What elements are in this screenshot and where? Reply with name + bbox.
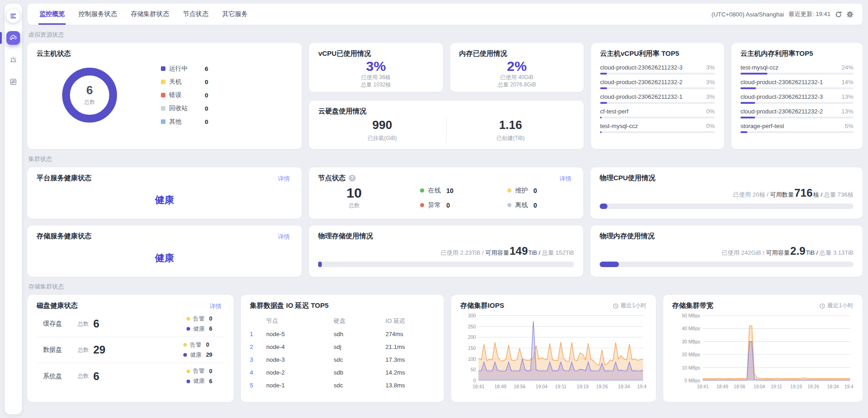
disk-total-value: 29 xyxy=(93,343,107,356)
top5-item: cloud-product-230626211232-114% xyxy=(740,79,853,89)
top-tab[interactable]: 存储集群状态 xyxy=(131,4,169,25)
disk-healthy-line: 健康6 xyxy=(186,377,213,385)
disk-alert-line: 告警0 xyxy=(183,341,213,349)
svg-text:19:34: 19:34 xyxy=(618,384,630,389)
top-tabs: 监控概览控制服务状态存储集群状态节点状态其它服务 xyxy=(39,4,248,25)
disk-healthy-line: 健康6 xyxy=(186,325,213,333)
legend-label: 其他 xyxy=(169,118,197,126)
svg-text:10 MBps: 10 MBps xyxy=(682,364,700,370)
top5-item-head: cloud-product-230626211232-13% xyxy=(600,93,715,100)
disk-legend: 告警0健康29 xyxy=(183,341,213,359)
cell: 21.1ms xyxy=(385,343,435,350)
legend-marker xyxy=(161,66,165,71)
physical-memory-bar-fill xyxy=(600,262,619,267)
node-status-detail-link[interactable]: 详情 xyxy=(557,174,574,183)
volume-created-label: 已创建(TiB) xyxy=(496,134,525,142)
disk-health-detail-link[interactable]: 详情 xyxy=(207,302,224,311)
svg-text:18:41: 18:41 xyxy=(473,384,485,389)
cell: node-3 xyxy=(266,356,334,363)
card-volume-usage: 云硬盘使用情况 990 已挂载(GiB) 1.16 已创建(TiB) xyxy=(309,101,583,149)
iops-chart-svg: 05010015020025030018:4118:4918:5619:0419… xyxy=(460,312,647,391)
disk-total-value: 6 xyxy=(93,317,107,330)
legend-marker xyxy=(161,119,165,124)
svg-text:19:41: 19:41 xyxy=(844,384,853,389)
svg-text:19:26: 19:26 xyxy=(807,384,819,389)
help-icon[interactable]: ? xyxy=(349,175,356,182)
card-title: 云主机状态 xyxy=(37,49,293,58)
top5-item-head: cloud-product-230626211232-23% xyxy=(600,79,715,86)
top-tab[interactable]: 其它服务 xyxy=(222,4,248,25)
disk-total-label: 总数 xyxy=(78,320,89,328)
card-title: 节点状态 xyxy=(318,174,346,182)
legend-label: 维护 xyxy=(515,187,528,195)
usage-percent: 0% xyxy=(706,108,715,115)
top5-item: cloud-product-230626211232-13% xyxy=(600,93,715,104)
top-tab[interactable]: 节点状态 xyxy=(183,4,208,25)
card-title: 云主机内存利用率TOP5 xyxy=(740,49,853,58)
sidebar-item-alarm[interactable] xyxy=(6,53,20,67)
volume-created-value: 1.16 xyxy=(499,118,522,132)
card-title: 存储服务健康状态 xyxy=(37,232,293,241)
sidebar-item-config[interactable] xyxy=(6,75,20,89)
last-update-label: 最近更新: 19:41 xyxy=(788,10,831,18)
card-physical-memory: 物理内存使用情况 已使用 242GiB / 可用容量2.9TiB / 总量 3.… xyxy=(591,225,863,277)
card-title: 物理存储使用情况 xyxy=(318,232,574,241)
legend-value: 0 xyxy=(205,118,208,125)
node-legend-item: 在线10 xyxy=(420,187,453,195)
settings-button[interactable] xyxy=(847,11,853,18)
usage-percent: 24% xyxy=(841,64,853,71)
legend-value: 0 xyxy=(446,202,450,209)
vcpu-used: 已使用 36核 xyxy=(318,74,433,81)
legend-dot xyxy=(420,188,424,193)
progress-fill xyxy=(740,73,767,75)
svg-text:50 MBps: 50 MBps xyxy=(682,313,700,318)
top5-item-head: test-mysql-ccz0% xyxy=(600,123,715,129)
progress-track xyxy=(740,131,853,133)
card-vcpu-top5: 云主机vCPU利用率 TOP5 cloud-product-2306262112… xyxy=(591,43,724,149)
progress-fill xyxy=(740,87,756,89)
iops-chart: 05010015020025030018:4118:4918:5619:0419… xyxy=(460,312,647,391)
progress-fill xyxy=(600,73,607,75)
menu-toggle-button[interactable] xyxy=(6,9,20,23)
top-tab[interactable]: 监控概览 xyxy=(39,4,65,25)
legend-dot xyxy=(186,380,190,383)
section-cluster-status: 集群状态 xyxy=(28,155,862,163)
legend-label: 健康 xyxy=(190,351,202,359)
platform-health-detail-link[interactable]: 详情 xyxy=(275,174,293,183)
physical-storage-info: 已使用 2.23TiB / 可用容量149TiB / 总量 152TiB xyxy=(318,245,574,257)
physical-cpu-info: 已使用 20核 / 可用数量716核 / 总量 736核 xyxy=(600,187,853,199)
svg-text:19:11: 19:11 xyxy=(555,384,566,389)
top5-item-head: test-mysql-ccz24% xyxy=(740,64,853,71)
usage-percent: 3% xyxy=(706,93,715,100)
main-area: 监控概览控制服务状态存储集群状态节点状态其它服务 (UTC+0800) Asia… xyxy=(22,0,868,418)
io-table-row: 4node-2sdb14.2ms xyxy=(250,366,435,379)
instance-name: cloud-product-230626211232-3 xyxy=(600,64,682,71)
used-text: 已使用 20核 / xyxy=(733,191,768,198)
io-latency-table: 节点硬盘IO 延迟1node-5sdh274ms2node-4sdj21.1ms… xyxy=(250,315,435,391)
disk-alert-line: 告警0 xyxy=(186,367,213,375)
top-tab[interactable]: 控制服务状态 xyxy=(79,4,117,25)
bandwidth-chart-svg: 0 MBps10 MBps20 MBps30 MBps40 MBps50 MBp… xyxy=(672,312,853,391)
time-range-label: 最近1小时 xyxy=(827,302,853,310)
memory-percent: 2% xyxy=(459,59,575,74)
legend-dot xyxy=(507,203,511,207)
storage-health-detail-link[interactable]: 详情 xyxy=(275,232,293,241)
cell: 17.3ms xyxy=(385,356,435,363)
legend-dot xyxy=(186,317,190,321)
dashboard-content: 虚拟资源状态 云主机状态 6 总数 运行中6关机0错误0回收站0其他0 xyxy=(27,25,863,418)
svg-text:50: 50 xyxy=(471,367,476,372)
usage-percent: 3% xyxy=(706,64,715,71)
svg-text:19:19: 19:19 xyxy=(577,384,589,389)
legend-dot xyxy=(420,203,424,207)
total-text: 总量 3.13TiB xyxy=(820,249,853,256)
volume-attached-label: 已挂载(GiB) xyxy=(367,134,397,142)
card-title: 磁盘健康状态 xyxy=(37,301,224,310)
total-text: 总量 152TiB xyxy=(542,249,574,256)
sidebar-item-monitoring[interactable] xyxy=(6,31,20,45)
legend-value: 29 xyxy=(206,352,213,358)
total-text: 总量 736核 xyxy=(824,191,853,198)
io-table-row: 5node-1sdc13.8ms xyxy=(250,379,435,391)
svg-text:19:11: 19:11 xyxy=(771,384,782,389)
legend-label: 在线 xyxy=(428,187,441,195)
refresh-button[interactable] xyxy=(835,11,842,18)
